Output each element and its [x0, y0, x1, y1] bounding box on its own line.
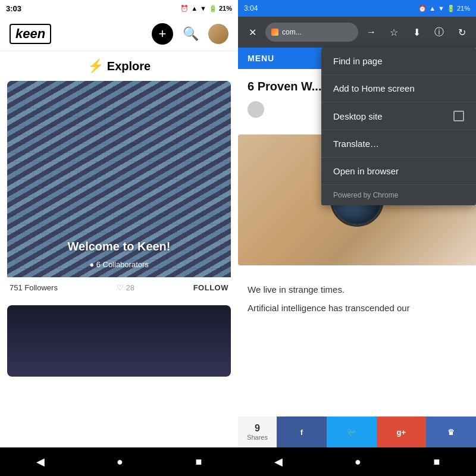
forward-button[interactable]: →	[362, 23, 381, 42]
status-bar-right: 3:04 ⏰ ▲ ▼ 🔋 21%	[238, 0, 476, 17]
translate-label: Translate…	[333, 139, 379, 149]
powered-by-text: Powered by Chrome	[333, 191, 398, 199]
status-icons-left: ⏰ ▲ ▼ 🔋 21%	[180, 5, 232, 12]
wifi-icon-right: ▼	[438, 5, 444, 12]
address-bar[interactable]: com...	[265, 23, 358, 42]
wifi-icon: ▼	[200, 5, 206, 12]
battery-icon-right: 🔋 21%	[447, 5, 470, 12]
add-to-home-item[interactable]: Add to Home screen	[321, 75, 476, 102]
translate-item[interactable]: Translate…	[321, 130, 476, 158]
add-button[interactable]: +	[152, 23, 173, 45]
left-panel: 3:03 ⏰ ▲ ▼ 🔋 21% keen + 🔍 ⚡ Explore	[0, 0, 238, 476]
googleplus-icon: g+	[397, 428, 406, 437]
twitter-share-button[interactable]: 🐦	[327, 416, 377, 447]
heart-icon: ♡	[117, 283, 124, 292]
find-in-page-item[interactable]: Find in page	[321, 48, 476, 75]
plus-icon: +	[159, 26, 167, 42]
refresh-button[interactable]: ↻	[452, 23, 471, 42]
search-button[interactable]: 🔍	[183, 26, 199, 42]
add-to-home-label: Add to Home screen	[333, 83, 415, 93]
likes-count: 28	[126, 283, 134, 292]
shares-number: 9	[255, 423, 260, 434]
download-icon: ⬇	[413, 27, 421, 38]
author-avatar	[248, 101, 264, 118]
open-in-browser-item[interactable]: Open in browser	[321, 158, 476, 185]
home-button-left[interactable]: ●	[117, 456, 123, 468]
right-panel: 3:04 ⏰ ▲ ▼ 🔋 21% ✕ com... → ☆ ⬇ ⓘ ↻	[238, 0, 476, 476]
nav-bar-right: ◀ ● ■	[238, 447, 476, 476]
keen-card[interactable]: Welcome to Keen! ● 6 Collaborators 751 F…	[7, 81, 231, 298]
card-footer: 751 Followers ♡ 28 FOLLOW	[7, 277, 231, 298]
close-tab-button[interactable]: ✕	[243, 23, 262, 42]
twitter-icon: 🐦	[347, 428, 356, 437]
close-icon: ✕	[249, 27, 256, 38]
collaborators: ● 6 Collaborators	[7, 260, 231, 269]
back-button-left[interactable]: ◀	[36, 455, 45, 468]
recents-button-left[interactable]: ■	[195, 456, 202, 468]
time-left: 3:03	[6, 4, 21, 13]
explore-header: ⚡ Explore	[0, 51, 238, 81]
likes-section: ♡ 28	[117, 283, 134, 292]
status-bar-left: 3:03 ⏰ ▲ ▼ 🔋 21%	[0, 0, 238, 17]
other-share-button[interactable]: ♛	[426, 416, 476, 447]
bookmark-button[interactable]: ☆	[384, 23, 403, 42]
dropdown-menu: Find in page Add to Home screen Desktop …	[321, 48, 476, 205]
find-in-page-label: Find in page	[333, 56, 383, 66]
alarm-icon-right: ⏰	[418, 5, 427, 12]
nav-bar-left: ◀ ● ■	[0, 447, 238, 476]
crown-icon: ♛	[447, 428, 455, 437]
shares-count: 9 Shares	[238, 416, 277, 447]
desktop-site-item[interactable]: Desktop site	[321, 102, 476, 130]
second-card-inner	[7, 305, 231, 377]
app-header: keen + 🔍	[0, 17, 238, 51]
home-button-right[interactable]: ●	[355, 456, 361, 468]
second-card[interactable]	[7, 305, 231, 377]
status-icons-right: ⏰ ▲ ▼ 🔋 21%	[418, 5, 470, 12]
forward-icon: →	[367, 27, 376, 37]
alarm-icon: ⏰	[180, 5, 189, 12]
googleplus-share-button[interactable]: g+	[377, 416, 427, 447]
collaborators-text: ● 6 Collaborators	[89, 260, 149, 269]
desktop-site-checkbox[interactable]	[453, 111, 464, 121]
open-in-browser-label: Open in browser	[333, 166, 399, 176]
header-right: + 🔍	[152, 23, 228, 45]
article-body: We live in strange times. Artificial int…	[238, 274, 476, 329]
user-avatar[interactable]	[208, 24, 228, 44]
facebook-icon: f	[300, 428, 303, 437]
recents-button-right[interactable]: ■	[433, 456, 440, 468]
info-icon: ⓘ	[434, 26, 444, 39]
star-icon: ☆	[390, 27, 398, 38]
signal-icon-right: ▲	[429, 5, 436, 12]
keen-logo: keen	[10, 24, 51, 44]
lightning-icon: ⚡	[87, 58, 104, 74]
info-button[interactable]: ⓘ	[430, 23, 449, 42]
chrome-toolbar: ✕ com... → ☆ ⬇ ⓘ ↻	[238, 17, 476, 48]
followers-count: 751 Followers	[10, 283, 58, 292]
article-text-2: Artificial intelligence has transcended …	[248, 302, 466, 315]
shares-label: Shares	[247, 434, 268, 441]
time-right: 3:04	[244, 4, 258, 12]
download-button[interactable]: ⬇	[407, 23, 426, 42]
back-button-right[interactable]: ◀	[274, 455, 283, 468]
article-text-1: We live in strange times.	[248, 283, 466, 297]
facebook-share-button[interactable]: f	[277, 416, 327, 447]
desktop-site-label: Desktop site	[333, 111, 383, 121]
explore-label: Explore	[107, 60, 151, 73]
address-text: com...	[282, 28, 302, 36]
signal-icon: ▲	[191, 5, 198, 12]
keen-card-image: Welcome to Keen! ● 6 Collaborators	[7, 81, 231, 277]
share-bar: 9 Shares f 🐦 g+ ♛	[238, 416, 476, 447]
refresh-icon: ↻	[458, 27, 466, 38]
powered-by-chrome: Powered by Chrome	[321, 185, 476, 205]
content-area: Welcome to Keen! ● 6 Collaborators 751 F…	[0, 81, 238, 447]
favicon	[271, 29, 278, 36]
follow-button[interactable]: FOLLOW	[193, 283, 228, 292]
battery-icon: 🔋 21%	[209, 5, 232, 12]
card-title: Welcome to Keen!	[7, 240, 231, 253]
